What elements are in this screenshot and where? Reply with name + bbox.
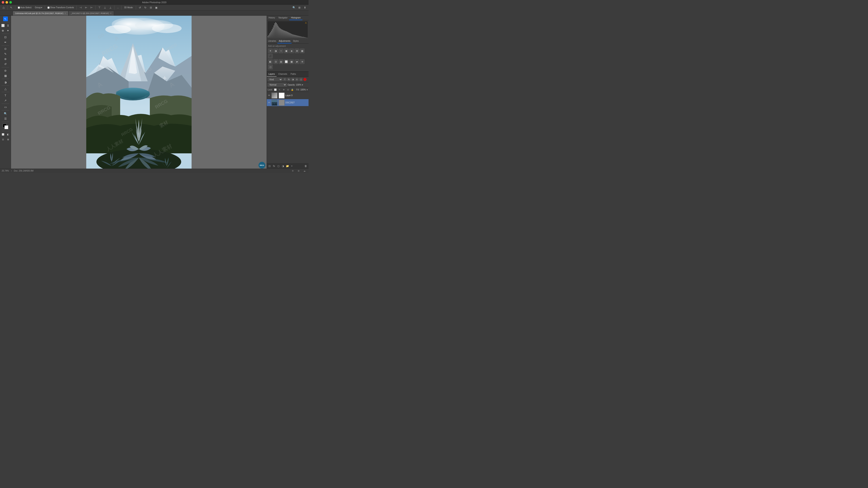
blend-mode-select[interactable]: Normal	[268, 83, 287, 87]
gradientmap-btn[interactable]: ≋	[300, 59, 305, 64]
edit-in-quick-mask-btn[interactable]: ◧	[6, 132, 10, 137]
lock-all-btn[interactable]: 🔒	[290, 88, 294, 91]
statusbar-cloud-btn[interactable]: ☁	[302, 169, 307, 173]
frame-tool[interactable]: ⊞	[6, 137, 10, 142]
layer-1-visibility[interactable]: 👁	[268, 101, 271, 104]
path-select-tool[interactable]: ↗	[3, 98, 8, 103]
group-dropdown[interactable]: Group ▾	[34, 5, 43, 10]
share-btn[interactable]: ⬆	[303, 5, 307, 10]
colorbalance-btn[interactable]: ▦	[300, 48, 305, 53]
posterize-btn[interactable]: ▩	[289, 59, 294, 64]
filter-group-btn[interactable]: ◻	[299, 78, 303, 81]
layer-group-btn[interactable]: 📁	[285, 164, 289, 168]
huesaturation-btn[interactable]: ⊞	[294, 48, 299, 53]
shape-tool[interactable]: ▭	[3, 105, 8, 109]
undo-btn[interactable]: ↺	[137, 5, 142, 10]
align-middle-btn[interactable]: ⊥	[102, 5, 107, 10]
brush-tool[interactable]: ✎	[3, 52, 8, 56]
channelmixer-btn[interactable]: ⊡	[273, 59, 278, 64]
magic-wand-tool[interactable]: ✦	[6, 28, 10, 33]
view-btn[interactable]: ▣	[154, 5, 159, 10]
stamp-tool[interactable]: ⊛	[3, 57, 8, 61]
adjustments-tab[interactable]: Adjustments	[277, 39, 291, 43]
3d-mode-btn[interactable]: 3D Mode:	[123, 5, 134, 10]
crop-tool[interactable]: ⊡	[3, 35, 8, 39]
styles-tab[interactable]: Styles	[291, 39, 300, 43]
history-brush-tool[interactable]: ↺	[3, 62, 8, 66]
align-right-btn[interactable]: ⊢	[89, 5, 94, 10]
layer-item-0[interactable]: 👁 Layer 0	[267, 92, 309, 99]
more-options-btn[interactable]: ...	[116, 5, 120, 10]
filter-type-btn[interactable]: T	[283, 78, 286, 81]
search-btn[interactable]: 🔍	[291, 5, 296, 10]
align-center-h-btn[interactable]: ⊨	[84, 5, 88, 10]
auto-select-toggle[interactable]: Auto-Select:	[17, 5, 33, 10]
blackwhite-btn[interactable]: ⬛	[268, 54, 273, 59]
align-top-btn[interactable]: ⊤	[97, 5, 102, 10]
vibrance-btn[interactable]: ◈	[289, 48, 294, 53]
brightness-contrast-btn[interactable]: ☀	[268, 48, 273, 53]
canvas-image[interactable]: RRCG RRCG RRCG RRCG RRCG RRCG A A A 人人素材…	[86, 16, 192, 169]
statusbar-gpu-btn[interactable]: ⊞	[296, 169, 301, 173]
lasso-tool[interactable]: ⊻	[6, 23, 10, 28]
background-color[interactable]	[4, 125, 8, 129]
layer-filter-btn[interactable]: ⊡	[268, 164, 272, 168]
curves-btn[interactable]: ≈	[279, 48, 283, 53]
spot-heal-tool[interactable]: ⊙	[3, 46, 8, 51]
gradient-tool[interactable]: ▦	[3, 73, 8, 78]
libraries-tab[interactable]: Libraries	[267, 39, 277, 43]
align-bottom-btn[interactable]: ⊥	[108, 5, 113, 10]
arrange-btn[interactable]: ⊞	[297, 5, 302, 10]
layer-item-1[interactable]: 👁 DSC2927	[267, 99, 309, 106]
levels-btn[interactable]: ◑	[273, 48, 278, 53]
selectivecolor-btn[interactable]: ◻	[268, 65, 273, 69]
threshold-btn[interactable]: ▰	[294, 59, 299, 64]
tab-1[interactable]: _DSC2927-3 @ 25% (DSC2927, RGB/16') ✕	[68, 11, 114, 15]
colorlookup-btn[interactable]: ▤	[279, 59, 283, 64]
channels-tab-btn[interactable]: Channels	[277, 72, 289, 77]
transform-checkbox[interactable]	[48, 6, 50, 9]
minimize-button[interactable]	[5, 1, 8, 4]
eraser-tool[interactable]: ⊘	[3, 68, 8, 73]
filter-smart-btn[interactable]: ⊙	[295, 78, 299, 81]
layers-tab-btn[interactable]: Layers	[267, 72, 277, 77]
align-left-btn[interactable]: ⊣	[78, 5, 83, 10]
dodge-tool[interactable]: ◑	[3, 80, 8, 85]
maximize-button[interactable]	[9, 1, 12, 4]
tab-0-close[interactable]: ✕	[64, 12, 66, 14]
redo-btn[interactable]: ↻	[143, 5, 148, 10]
color-swatch[interactable]	[3, 124, 8, 129]
opacity-value[interactable]: 100%	[296, 84, 302, 86]
exposure-btn[interactable]: ▣	[284, 48, 289, 53]
auto-select-checkbox[interactable]	[18, 6, 20, 9]
fill-value[interactable]: 100%	[300, 89, 306, 91]
lock-image-btn[interactable]: ✎	[278, 88, 281, 91]
pen-tool[interactable]: △	[3, 87, 8, 91]
type-tool[interactable]: T	[3, 93, 8, 98]
home-icon[interactable]: ⌂	[1, 5, 6, 10]
filter-fx-btn[interactable]: fx	[287, 78, 290, 81]
screen-mode-btn[interactable]: ⬜	[1, 132, 5, 137]
move-tool[interactable]: ↖	[3, 17, 8, 21]
screen-layout-btn[interactable]: ⊡	[1, 137, 5, 142]
kind-filter-select[interactable]: Kind	[268, 77, 282, 82]
layer-delete-btn[interactable]: 🗑	[304, 164, 308, 168]
eyedropper-tool[interactable]: ✒	[3, 40, 8, 44]
move-tool-btn[interactable]: ↖	[9, 5, 13, 10]
show-transform-btn[interactable]: Show Transform Controls	[46, 5, 75, 10]
filter-color-btn[interactable]	[303, 78, 307, 81]
navigator-tab[interactable]: Navigator	[277, 16, 289, 20]
invert-btn[interactable]: ⬜	[284, 59, 289, 64]
paths-tab-btn[interactable]: Paths	[289, 72, 298, 77]
histogram-tab[interactable]: Histogram	[289, 16, 302, 20]
tab-0[interactable]: Celmisias-MtCook.psd @ 25.7% (DSC2927, R…	[13, 11, 68, 15]
layer-adj-btn[interactable]: ◑	[281, 164, 285, 168]
photofilter-btn[interactable]: ◧	[268, 59, 273, 64]
filter-adj-btn[interactable]: ◑	[291, 78, 294, 81]
statusbar-settings-btn[interactable]: ⚙	[290, 169, 295, 173]
zoom-tool[interactable]: 🔍	[3, 111, 8, 116]
tab-1-close[interactable]: ✕	[110, 12, 112, 14]
quick-select-tool[interactable]: ⊕	[1, 28, 5, 33]
layer-mask-btn[interactable]: ◻	[277, 164, 280, 168]
lock-artboard-btn[interactable]: ⊞	[286, 88, 290, 91]
